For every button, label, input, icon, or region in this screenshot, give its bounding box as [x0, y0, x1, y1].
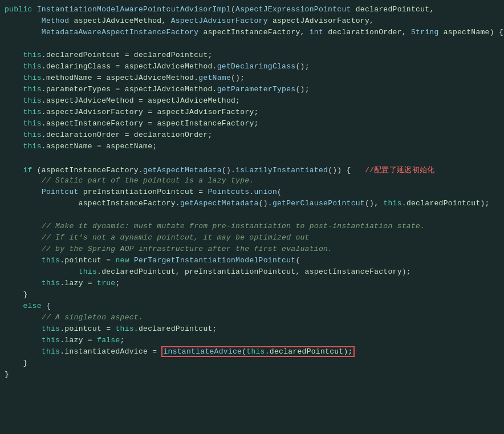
code-line-13: this.aspectName = aspectName;	[0, 141, 504, 153]
code-line-18: aspectInstanceFactory.getAspectMetadata(…	[0, 198, 504, 210]
line-content: MetadataAwareAspectInstanceFactory aspec…	[0, 28, 503, 36]
code-line-29: this.pointcut = this.declaredPointcut;	[0, 324, 504, 335]
code-line-25: this.lazy = true;	[0, 278, 504, 290]
line-content: // If it's not a dynamic pointcut, it ma…	[0, 233, 310, 242]
line-content: // by the Spring AOP infrastructure afte…	[0, 245, 332, 253]
line-content: this.aspectJAdviceMethod = aspectJAdvice…	[0, 96, 240, 105]
code-line-9: this.aspectJAdviceMethod = aspectJAdvice…	[0, 96, 504, 107]
line-content: this.pointcut = new PerTargetInstantiati…	[0, 256, 300, 265]
code-line-2: Method aspectJAdviceMethod, AspectJAdvis…	[0, 16, 504, 27]
code-line-7: this.methodName = aspectJAdviceMethod.ge…	[0, 73, 504, 84]
line-content: this.pointcut = this.declaredPointcut;	[0, 325, 217, 333]
line-content	[0, 210, 9, 219]
code-line-10: this.aspectJAdvisorFactory = aspectJAdvi…	[0, 107, 504, 119]
line-content: // Make it dynamic: must mutate from pre…	[0, 222, 425, 230]
code-line-20: // Make it dynamic: must mutate from pre…	[0, 221, 504, 233]
line-content: this.methodName = aspectJAdviceMethod.ge…	[0, 74, 245, 82]
line-content: this.instantiatedAdvice = instantiateAdv…	[0, 347, 355, 356]
line-content: // Static part of the pointcut is a lazy…	[0, 176, 254, 185]
code-line-15: if (aspectInstanceFactory.getAspectMetad…	[0, 164, 504, 176]
line-content: else {	[0, 302, 51, 310]
code-line-33: }	[0, 370, 504, 381]
line-content: Pointcut preInstantiationPointcut = Poin…	[0, 188, 282, 196]
line-content: }	[0, 359, 28, 367]
code-line-16: // Static part of the pointcut is a lazy…	[0, 176, 504, 187]
code-line-3: MetadataAwareAspectInstanceFactory aspec…	[0, 27, 504, 39]
code-line-17: Pointcut preInstantiationPointcut = Poin…	[0, 187, 504, 198]
line-content: this.lazy = false;	[0, 336, 125, 344]
code-line-22: // by the Spring AOP infrastructure afte…	[0, 244, 504, 255]
code-line-28: // A singleton aspect.	[0, 313, 504, 324]
line-content: this.declarationOrder = declarationOrder…	[0, 131, 213, 139]
line-content: this.declaringClass = aspectJAdviceMetho…	[0, 62, 310, 71]
line-content: }	[0, 290, 28, 299]
code-line-24: this.declaredPointcut, preInstantiationP…	[0, 267, 504, 278]
line-content: }	[0, 370, 9, 379]
line-content: aspectInstanceFactory.getAspectMetadata(…	[0, 199, 490, 208]
code-line-1: public InstantiationModelAwarePointcutAd…	[0, 5, 504, 16]
line-content: this.declaredPointcut = declaredPointcut…	[0, 51, 213, 59]
line-content: // A singleton aspect.	[0, 313, 143, 322]
line-content: this.aspectInstanceFactory = aspectInsta…	[0, 119, 259, 128]
code-line-19	[0, 210, 504, 221]
line-content	[0, 39, 9, 48]
code-line-8: this.parameterTypes = aspectJAdviceMetho…	[0, 84, 504, 96]
line-content: this.lazy = true;	[0, 279, 120, 287]
line-content: this.parameterTypes = aspectJAdviceMetho…	[0, 85, 310, 94]
code-line-5: this.declaredPointcut = declaredPointcut…	[0, 50, 504, 62]
code-line-26: }	[0, 290, 504, 301]
code-line-6: this.declaringClass = aspectJAdviceMetho…	[0, 62, 504, 73]
code-line-14	[0, 153, 504, 164]
code-line-32: }	[0, 358, 504, 370]
code-line-12: this.declarationOrder = declarationOrder…	[0, 130, 504, 141]
line-content: public InstantiationModelAwarePointcutAd…	[0, 5, 434, 14]
line-content: this.aspectName = aspectName;	[0, 142, 157, 151]
code-line-21: // If it's not a dynamic pointcut, it ma…	[0, 233, 504, 244]
code-line-30: this.lazy = false;	[0, 335, 504, 347]
code-line-31: this.instantiatedAdvice = instantiateAdv…	[0, 347, 504, 358]
line-content: Method aspectJAdviceMethod, AspectJAdvis…	[0, 17, 374, 25]
code-line-23: this.pointcut = new PerTargetInstantiati…	[0, 255, 504, 267]
code-line-4	[0, 39, 504, 50]
line-content: this.aspectJAdvisorFactory = aspectJAdvi…	[0, 108, 259, 116]
code-line-11: this.aspectInstanceFactory = aspectInsta…	[0, 119, 504, 130]
line-content: if (aspectInstanceFactory.getAspectMetad…	[0, 165, 435, 175]
line-content: this.declaredPointcut, preInstantiationP…	[0, 267, 411, 276]
highlighted-code: instantiateAdvice(this.declaredPointcut)…	[161, 346, 354, 357]
code-line-27: else {	[0, 301, 504, 313]
line-content	[0, 153, 9, 162]
code-editor: public InstantiationModelAwarePointcutAd…	[0, 0, 504, 434]
